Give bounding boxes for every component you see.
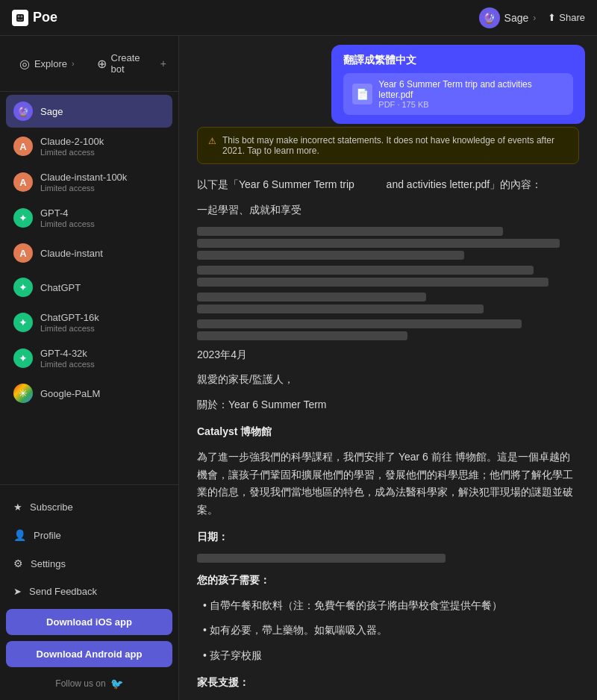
profile-nav-item[interactable]: 👤 Profile <box>6 522 172 549</box>
bot-avatar-gpt-4: ✦ <box>13 208 33 228</box>
sidebar-item-gpt-4[interactable]: ✦ GPT-4 Limited access <box>6 201 172 235</box>
gpt-4-text: GPT-4 Limited access <box>40 207 95 228</box>
sidebar-item-gpt-4-32k[interactable]: ✦ GPT-4-32k Limited access <box>6 341 172 375</box>
sidebar-item-claude-2-100k[interactable]: A Claude-2-100k Limited access <box>6 129 172 163</box>
gpt-4-sub: Limited access <box>40 219 95 228</box>
share-label: Share <box>559 12 585 23</box>
download-android-button[interactable]: Download Android app <box>6 641 172 667</box>
blurred-section-1 <box>197 227 579 260</box>
feedback-label: Send Feedback <box>29 586 97 597</box>
chatgpt-16k-label: ChatGPT-16k <box>40 312 99 323</box>
chatgpt-text: ChatGPT <box>40 282 81 293</box>
pdf-filename: Year 6 Summer Term trip and activities l… <box>378 79 564 100</box>
warning-icon: ⚠ <box>208 136 216 146</box>
sidebar: ◎ Explore › ⊕ Create bot + 🔮 Sage A <box>0 36 179 700</box>
bot-avatar-chatgpt: ✦ <box>13 278 33 297</box>
pdf-popup: 翻譯成繁體中文 📄 Year 6 Summer Term trip and ac… <box>179 36 597 133</box>
explore-label: Explore <box>34 58 67 69</box>
sidebar-item-chatgpt[interactable]: ✦ ChatGPT <box>6 271 172 304</box>
regarding-text: 關於：Year 6 Summer Term <box>197 396 579 414</box>
blurred-date <box>197 554 579 563</box>
create-bot-label: Create bot <box>111 52 156 75</box>
needs-item-3: • 孩子穿校服 <box>197 647 579 665</box>
user-avatar: 🔮 <box>479 7 500 28</box>
gpt-4-32k-text: GPT-4-32k Limited access <box>40 348 95 369</box>
claude-instant-label: Claude-instant <box>40 248 103 259</box>
blurred-line <box>197 266 534 275</box>
twitter-icon[interactable]: 🐦 <box>110 678 123 690</box>
user-name: Sage <box>504 12 529 24</box>
sidebar-item-claude-instant-100k[interactable]: A Claude-instant-100k Limited access <box>6 165 172 199</box>
poe-logo[interactable]: Poe <box>12 10 57 26</box>
chat-scroll: ⚠ This bot may make incorrect statements… <box>179 118 597 700</box>
gpt-4-32k-sub: Limited access <box>40 360 95 369</box>
blurred-line <box>197 304 484 313</box>
main-layout: ◎ Explore › ⊕ Create bot + 🔮 Sage A <box>0 36 597 700</box>
gpt-4-label: GPT-4 <box>40 207 95 219</box>
claude-instant-100k-text: Claude-instant-100k Limited access <box>40 172 127 193</box>
sidebar-item-google-palm[interactable]: ✳ Google-PaLM <box>6 377 172 410</box>
bot-avatar-google-palm: ✳ <box>13 384 33 403</box>
blurred-line <box>197 278 548 287</box>
greeting-text: 親愛的家長/監護人， <box>197 371 579 389</box>
date-label: 日期： <box>197 528 579 546</box>
sidebar-item-chatgpt-16k[interactable]: ✦ ChatGPT-16k Limited access <box>6 305 172 340</box>
share-button[interactable]: ⬆ Share <box>548 12 585 23</box>
blurred-line <box>197 319 522 328</box>
feedback-nav-item[interactable]: ➤ Send Feedback <box>6 578 172 604</box>
intro-text: 以下是「Year 6 Summer Term trip and activiti… <box>197 176 579 194</box>
bot-avatar-claude-instant: A <box>13 243 33 263</box>
header-left: Poe <box>12 10 57 26</box>
header-right: 🔮 Sage › ⬆ Share <box>479 7 585 28</box>
pdf-card-file: 📄 Year 6 Summer Term trip and activities… <box>343 73 573 115</box>
create-bot-icon: ⊕ <box>97 57 107 71</box>
pdf-file-info: Year 6 Summer Term trip and activities l… <box>378 79 564 109</box>
gpt-4-32k-label: GPT-4-32k <box>40 348 95 359</box>
user-info[interactable]: 🔮 Sage › <box>479 7 537 28</box>
download-ios-button[interactable]: Download iOS app <box>6 609 172 635</box>
content-area: 翻譯成繁體中文 📄 Year 6 Summer Term trip and ac… <box>179 36 597 700</box>
create-bot-button[interactable]: ⊕ Create bot + <box>91 45 173 82</box>
needs-item-1: • 自帶午餐和飲料（注：免費午餐的孩子將由學校食堂提供午餐） <box>197 597 579 615</box>
explore-icon: ◎ <box>19 57 30 71</box>
pdf-meta: PDF · 175 KB <box>378 100 564 109</box>
bot-avatar-claude-instant-100k: A <box>13 172 33 192</box>
explore-button[interactable]: ◎ Explore › <box>6 45 88 82</box>
chatgpt-16k-text: ChatGPT-16k Limited access <box>40 312 99 333</box>
blurred-line <box>197 251 464 260</box>
claude-2-100k-text: Claude-2-100k Limited access <box>40 136 104 157</box>
chevron-right-icon: › <box>72 59 75 68</box>
sidebar-bottom: ★ Subscribe 👤 Profile ⚙ Settings ➤ Send … <box>0 484 178 700</box>
blurred-section-2 <box>197 266 579 287</box>
blurred-section-4 <box>197 319 579 340</box>
chatgpt-16k-sub: Limited access <box>40 324 99 333</box>
plus-icon: + <box>160 57 166 69</box>
claude-2-100k-label: Claude-2-100k <box>40 136 104 147</box>
chatgpt-label: ChatGPT <box>40 282 81 293</box>
pdf-file-icon: 📄 <box>352 84 372 104</box>
profile-label: Profile <box>34 530 61 541</box>
share-icon: ⬆ <box>548 12 556 23</box>
bot-avatar-chatgpt-16k: ✦ <box>13 313 33 332</box>
sidebar-item-claude-instant[interactable]: A Claude-instant <box>6 237 172 269</box>
blurred-line <box>197 331 407 340</box>
subscribe-icon: ★ <box>13 501 22 513</box>
claude-instant-text: Claude-instant <box>40 248 103 259</box>
sidebar-nav: 🔮 Sage A Claude-2-100k Limited access A … <box>0 92 178 484</box>
subtitle-text: 一起學習、成就和享受 <box>197 201 579 219</box>
subscribe-label: Subscribe <box>30 501 73 513</box>
sidebar-item-sage[interactable]: 🔮 Sage <box>6 95 172 128</box>
warning-text: This bot may make incorrect statements. … <box>222 135 568 156</box>
subscribe-nav-item[interactable]: ★ Subscribe <box>6 494 172 520</box>
settings-nav-item[interactable]: ⚙ Settings <box>6 550 172 577</box>
message-content: 以下是「Year 6 Summer Term trip and activiti… <box>197 176 579 700</box>
pdf-card: 翻譯成繁體中文 📄 Year 6 Summer Term trip and ac… <box>331 45 585 124</box>
blurred-line <box>197 554 446 563</box>
sidebar-bottom-nav: ★ Subscribe 👤 Profile ⚙ Settings ➤ Send … <box>6 491 172 609</box>
pdf-card-title: 翻譯成繁體中文 <box>343 54 573 67</box>
claude-instant-100k-label: Claude-instant-100k <box>40 172 127 183</box>
needs-title: 您的孩子需要： <box>197 572 579 590</box>
claude-2-100k-sub: Limited access <box>40 148 104 157</box>
bot-avatar-sage: 🔮 <box>13 101 33 121</box>
sidebar-top: ◎ Explore › ⊕ Create bot + <box>0 36 178 92</box>
